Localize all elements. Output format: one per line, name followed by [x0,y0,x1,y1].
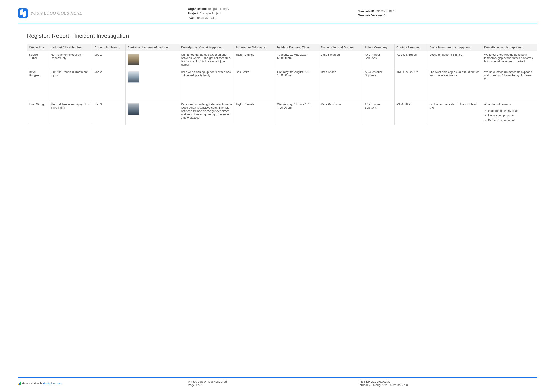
header-meta-center: Organisation: Template Library Project: … [188,7,358,20]
col-header-where: Describe where this happened: [428,44,482,51]
cell-contact: 9300 8899 [394,100,428,125]
cell-datetime: Wednesday, 13 June 2018, 7:00:00 am [275,100,319,125]
organisation-label: Organisation: [188,7,207,10]
logo-placeholder-text: YOUR LOGO GOES HERE [30,11,82,16]
cell-description: Kara used an older grinder which had a l… [179,100,234,125]
col-header-why: Describe why this happened: [482,44,537,51]
col-header-datetime: Incident Date and Time: [275,44,319,51]
cell-classification: First Aid Medical Treatment Injury [49,68,93,100]
cell-where: Between platform 1 and 2 [428,51,482,68]
why-reasons-list: Inadequate safety gear Not trained prope… [488,109,535,122]
cell-classification: No Treatment Required - Report Only [49,51,93,68]
template-version-label: Template Version: [358,14,383,17]
incident-register-table: Created by Incident Classification: Proj… [27,44,537,125]
dashpivot-link[interactable]: dashpivot.com [43,382,62,385]
cell-injured: Jane Peterson [319,51,363,68]
cell-photos [125,68,179,100]
cell-description: Bree was cleaning up debris when she cut… [179,68,234,100]
footer-middle: Printed version is uncontrolled Page 1 o… [188,380,358,387]
photo-thumbnail [127,103,139,115]
team-value: Example Team [197,16,216,19]
cell-company: ABC Material Supplies [363,68,394,100]
header-divider [18,22,537,23]
cell-company: XYZ Timber Solutions [363,100,394,125]
col-header-injured: Name of Injured Person: [319,44,363,51]
cell-created-by: Dave Hodgson [27,68,49,100]
team-label: Team: [188,16,196,19]
footer-divider [18,377,537,378]
document-header: YOUR LOGO GOES HERE Organisation: Templa… [18,7,537,22]
organisation-value: Template Library [208,7,229,10]
generated-with-text: Generated with [22,382,42,385]
cell-created-by: Sophie Turner [27,51,49,68]
col-header-description: Description of what happened: [179,44,234,51]
template-id-label: Template ID: [358,9,375,13]
list-item: Inadequate safety gear [488,109,535,112]
logo-block: YOUR LOGO GOES HERE [18,8,188,18]
cell-photos [125,100,179,125]
cell-datetime: Saturday, 04 August 2018, 10:00:00 am [275,68,319,100]
pdf-created-label: This PDF was created at [358,380,537,383]
table-header-row: Created by Incident Classification: Proj… [27,44,537,51]
cell-supervisor: Taylor Daniels [234,100,275,125]
header-meta-right: Template ID: DP-SAF-0018 Template Versio… [358,9,528,18]
cell-why: A number of reasons: Inadequate safety g… [482,100,537,125]
template-id-value: DP-SAF-0018 [376,9,394,13]
document-footer: Generated with dashpivot.com Printed ver… [18,377,537,387]
cell-job: Job 3 [93,100,125,125]
cell-supervisor: Taylor Daniels [234,51,275,68]
footer-left: Generated with dashpivot.com [18,380,188,387]
page-title: Register: Report - Incident Investigatio… [27,32,537,39]
col-header-photos: Photos and videos of incident: [125,44,179,51]
cell-where: On the concrete slab in the middle of si… [428,100,482,125]
cell-contact: +1 9496758585 [394,51,428,68]
list-item: Defective equipment [488,118,535,122]
cell-injured: Bree Shiloh [319,68,363,100]
cell-datetime: Tuesday, 01 May 2018, 6:30:00 am [275,51,319,68]
cell-job: Job 1 [93,51,125,68]
col-header-supervisor: Supervisor / Manager: [234,44,275,51]
cell-where: The west side of job 2 about 30 metres f… [428,68,482,100]
page-indicator: Page 1 of 1 [188,383,358,387]
col-header-job: Project/Job Name: [93,44,125,51]
table-row: Sophie Turner No Treatment Required - Re… [27,51,537,68]
cell-created-by: Evan Wong [27,100,49,125]
cell-job: Job 2 [93,68,125,100]
col-header-created-by: Created by [27,44,49,51]
project-value: Example Project [199,12,221,15]
cell-contact: +61 4573627474 [394,68,428,100]
cell-why: Workers left sharp materials exposed and… [482,68,537,100]
cell-why: We knew there was going to be a temporar… [482,51,537,68]
photo-thumbnail [127,71,139,83]
footer-right: This PDF was created at Thursday, 16 Aug… [358,380,537,387]
logo-icon [18,8,28,18]
pdf-created-timestamp: Thursday, 16 August 2018, 2:53:26 pm [358,383,537,387]
list-item: Not trained properly [488,114,535,117]
photo-thumbnail [127,54,139,65]
col-header-company: Select Company: [363,44,394,51]
cell-injured: Kara Parkinson [319,100,363,125]
template-version-value: 6 [384,14,385,17]
cell-classification: Medical Treatment Injury Lost Time Injur… [49,100,93,125]
col-header-contact: Contact Number: [394,44,428,51]
cell-photos [125,51,179,68]
cell-company: XYZ Timber Solutions [363,51,394,68]
table-row: Evan Wong Medical Treatment Injury Lost … [27,100,537,125]
cell-supervisor: Bob Smith [234,68,275,100]
project-label: Project: [188,12,199,15]
col-header-classification: Incident Classification: [49,44,93,51]
table-row: Dave Hodgson First Aid Medical Treatment… [27,68,537,100]
dashpivot-icon [18,382,21,385]
cell-why-text: A number of reasons: [484,103,512,106]
cell-description: Unmarked dangerous exposed gap between w… [179,51,234,68]
uncontrolled-notice: Printed version is uncontrolled [188,380,358,383]
